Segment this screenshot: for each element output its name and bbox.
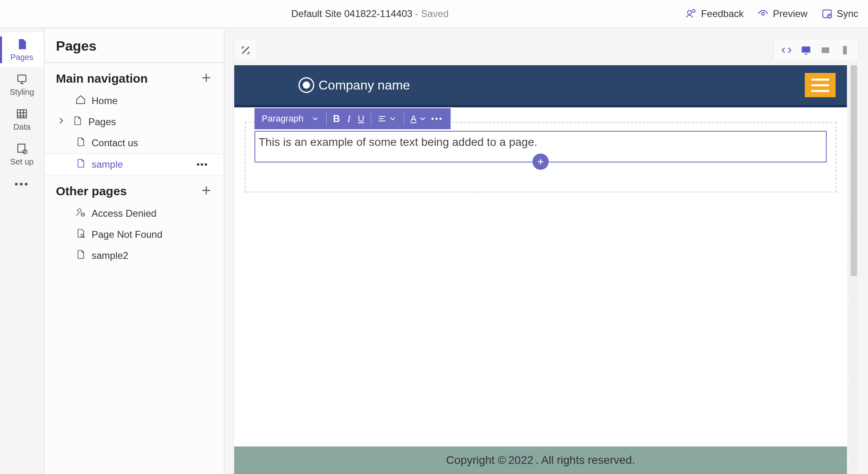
editor-toolbar: Paragraph B I U bbox=[254, 108, 451, 129]
topbar-actions: Feedback Preview Sync bbox=[686, 8, 858, 19]
add-component-button[interactable] bbox=[532, 154, 549, 170]
svg-point-0 bbox=[688, 11, 691, 14]
nav-pages-label: Pages bbox=[88, 116, 116, 128]
nav-item-pages[interactable]: Pages bbox=[45, 111, 224, 132]
device-switcher bbox=[773, 39, 858, 62]
page-icon bbox=[72, 115, 83, 128]
format-chevron[interactable] bbox=[311, 114, 320, 123]
svg-rect-13 bbox=[805, 53, 808, 54]
site-name: Default Site 041822-114403 bbox=[291, 8, 413, 19]
brand-label: Company name bbox=[319, 78, 410, 93]
svg-rect-7 bbox=[18, 144, 25, 152]
preview-button[interactable]: Preview bbox=[757, 8, 807, 19]
saved-status: - Saved bbox=[413, 8, 449, 19]
footer-year[interactable]: 2022 bbox=[506, 453, 535, 467]
footer-prefix: Copyright © bbox=[446, 454, 506, 467]
svg-point-1 bbox=[692, 10, 695, 13]
item-more-button[interactable]: ••• bbox=[197, 159, 212, 170]
page-icon bbox=[75, 137, 86, 149]
text-editor[interactable]: This is an example of some text being ad… bbox=[254, 131, 827, 162]
svg-rect-14 bbox=[822, 47, 830, 53]
rail-styling[interactable]: Styling bbox=[0, 67, 44, 102]
nav-item-sample[interactable]: sample ••• bbox=[45, 154, 224, 175]
site-footer: Copyright © 2022 . All rights reserved. bbox=[234, 446, 847, 474]
other-access-label: Access Denied bbox=[92, 208, 156, 219]
more-icon: ••• bbox=[15, 178, 29, 190]
rail-data-label: Data bbox=[13, 122, 30, 132]
rail-styling-label: Styling bbox=[10, 88, 34, 97]
section-other-title: Other pages bbox=[56, 184, 127, 198]
rail-setup[interactable]: Set up bbox=[0, 137, 44, 172]
hamburger-menu-button[interactable] bbox=[805, 73, 836, 97]
section-main-nav: Main navigation bbox=[45, 63, 224, 90]
left-rail: Pages Styling Data Set up ••• bbox=[0, 28, 45, 474]
sync-label: Sync bbox=[837, 8, 858, 19]
rail-setup-label: Set up bbox=[10, 157, 34, 167]
panel-title: Pages bbox=[45, 28, 224, 63]
nav-home-label: Home bbox=[92, 95, 118, 107]
other-item-not-found[interactable]: Page Not Found bbox=[45, 224, 224, 245]
other-item-sample2[interactable]: sample2 bbox=[45, 245, 224, 266]
nav-item-home[interactable]: Home bbox=[45, 90, 224, 111]
mobile-view-button[interactable] bbox=[839, 45, 851, 56]
format-dropdown[interactable]: Paragraph bbox=[262, 113, 304, 124]
preview-label: Preview bbox=[773, 8, 807, 19]
page-icon bbox=[75, 158, 86, 171]
pages-panel: Pages Main navigation Home Pages Contact… bbox=[45, 28, 224, 474]
nav-contact-label: Contact us bbox=[92, 137, 138, 149]
add-main-nav-button[interactable] bbox=[200, 72, 212, 85]
footer-suffix: . All rights reserved. bbox=[535, 454, 635, 467]
scrollbar-thumb[interactable] bbox=[851, 65, 857, 276]
canvas-inner: Company name Paragraph bbox=[234, 39, 858, 474]
bold-button[interactable]: B bbox=[333, 113, 340, 124]
editor-text: This is an example of some text being ad… bbox=[259, 136, 537, 148]
add-other-button[interactable] bbox=[200, 184, 212, 198]
italic-button[interactable]: I bbox=[347, 113, 351, 124]
person-lock-icon bbox=[75, 207, 86, 220]
preview-scrollbar[interactable] bbox=[849, 65, 858, 474]
svg-point-17 bbox=[303, 81, 310, 89]
svg-rect-12 bbox=[802, 47, 810, 53]
section-other: Other pages bbox=[45, 175, 224, 203]
page-icon bbox=[75, 249, 86, 262]
rail-data[interactable]: Data bbox=[0, 102, 44, 137]
rail-more[interactable]: ••• bbox=[0, 172, 44, 196]
home-icon bbox=[75, 94, 86, 107]
top-bar: Default Site 041822-114403 - Saved Feedb… bbox=[0, 0, 868, 28]
toolbar-more-button[interactable]: ••• bbox=[431, 114, 443, 124]
svg-point-2 bbox=[762, 13, 765, 15]
svg-rect-5 bbox=[18, 75, 26, 81]
svg-rect-3 bbox=[823, 10, 831, 18]
resize-handle-button[interactable] bbox=[234, 39, 257, 62]
other-sample2-label: sample2 bbox=[92, 250, 128, 261]
tablet-view-button[interactable] bbox=[820, 45, 831, 56]
topbar-left bbox=[10, 10, 54, 17]
content-zone: Paragraph B I U bbox=[234, 107, 847, 192]
nav-sample-label: sample bbox=[92, 159, 123, 170]
nav-item-contact[interactable]: Contact us bbox=[45, 132, 224, 154]
rail-pages[interactable]: Pages bbox=[0, 32, 44, 67]
other-notfound-label: Page Not Found bbox=[92, 229, 162, 240]
section-container[interactable]: Paragraph B I U bbox=[245, 122, 836, 192]
section-main-nav-title: Main navigation bbox=[56, 72, 148, 85]
sync-button[interactable]: Sync bbox=[821, 8, 858, 19]
rail-pages-label: Pages bbox=[11, 53, 34, 62]
underline-button[interactable]: U bbox=[358, 113, 364, 124]
other-item-access-denied[interactable]: Access Denied bbox=[45, 203, 224, 224]
svg-rect-6 bbox=[17, 110, 27, 118]
code-view-button[interactable] bbox=[781, 45, 792, 56]
svg-rect-15 bbox=[843, 46, 847, 55]
font-color-button[interactable]: A bbox=[410, 113, 427, 124]
site-header: Company name bbox=[234, 65, 847, 107]
feedback-label: Feedback bbox=[701, 8, 744, 19]
preview-frame: Company name Paragraph bbox=[234, 65, 847, 474]
feedback-button[interactable]: Feedback bbox=[686, 8, 744, 19]
canvas-area: Company name Paragraph bbox=[224, 28, 868, 474]
format-label: Paragraph bbox=[262, 113, 304, 124]
logo-icon bbox=[298, 77, 314, 93]
align-button[interactable] bbox=[378, 114, 397, 123]
svg-point-9 bbox=[77, 209, 81, 212]
desktop-view-button[interactable] bbox=[800, 45, 812, 56]
site-brand[interactable]: Company name bbox=[298, 77, 410, 93]
site-title: Default Site 041822-114403 - Saved bbox=[54, 8, 686, 19]
